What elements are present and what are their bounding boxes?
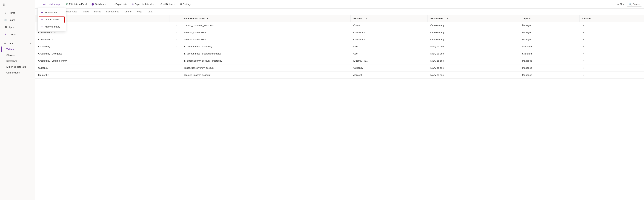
sidebar-item-apps[interactable]: ⊞ Apps <box>1 24 34 31</box>
add-relationship-dropdown: ＋ Many-to-one ＋ One-to-many ＋ Many-to-ma… <box>38 8 66 31</box>
edit-excel-button[interactable]: ⊞ Edit data in Excel <box>64 2 89 7</box>
row-ellipsis-button[interactable]: ··· <box>172 23 178 27</box>
col-related[interactable]: Related... ∨ <box>350 15 428 22</box>
cell-custom: ✓ <box>580 64 644 71</box>
one-to-many-plus-icon: ＋ <box>41 18 44 22</box>
sidebar-item-data[interactable]: ⊞ Data ∧ <box>1 40 34 46</box>
export-lake-button[interactable]: ◎ Export to data lake ▾ <box>130 2 158 7</box>
row-ellipsis-button[interactable]: ··· <box>172 59 178 63</box>
col-ellipsis-header <box>170 15 181 22</box>
cell-ellipsis[interactable]: ··· <box>170 64 181 71</box>
sidebar-item-data-label: Data <box>8 42 13 45</box>
one-to-many-label: One-to-many <box>45 18 59 21</box>
get-data-button[interactable]: ⬤ Get data ▾ <box>90 2 108 7</box>
tab-dashboards[interactable]: Dashboards <box>104 9 122 15</box>
create-icon: + <box>4 33 7 36</box>
cell-relationship-name: account_connections1 <box>181 29 350 36</box>
main-content: ＋ Add relationship ▾ ＋ Many-to-one ＋ One… <box>36 0 644 200</box>
col-type[interactable]: Type ∨ <box>520 15 580 22</box>
settings-button[interactable]: ⚙ Settings <box>178 2 193 7</box>
sidebar-sub-connections[interactable]: Connections <box>1 70 34 75</box>
sidebar-sub-export[interactable]: Export to data lake <box>1 64 34 70</box>
sort-icons-rel-type: ∨ <box>447 17 448 20</box>
tab-forms[interactable]: Forms <box>92 9 103 15</box>
hamburger-button[interactable]: ☰ <box>0 2 35 9</box>
sidebar-item-learn-label: Learn <box>9 19 15 21</box>
cell-display-name: Master ID <box>36 71 170 79</box>
col-rel-type[interactable]: Relationshi... ∨ <box>428 15 520 22</box>
cell-related: Contact <box>350 22 428 29</box>
cell-ellipsis[interactable]: ··· <box>170 50 181 57</box>
many-to-many-label: Many-to-many <box>45 25 60 28</box>
cell-related: User <box>350 50 428 57</box>
tab-charts[interactable]: Charts <box>122 9 134 15</box>
table-row: Master ID ··· account_master_account Acc… <box>36 71 644 79</box>
cell-type: Managed <box>520 64 580 71</box>
row-ellipsis-button[interactable]: ··· <box>172 73 178 77</box>
cell-custom: ✓ <box>580 29 644 36</box>
cell-ellipsis[interactable]: ··· <box>170 29 181 36</box>
sidebar-sub-tables[interactable]: Tables <box>1 47 34 52</box>
apps-icon: ⊞ <box>4 26 7 29</box>
custom-check-icon: ✓ <box>582 73 585 76</box>
tab-views[interactable]: Views <box>80 9 91 15</box>
row-ellipsis-button[interactable]: ··· <box>172 45 178 48</box>
sidebar-sub-dataflows[interactable]: Dataflows <box>1 58 34 64</box>
search-button[interactable]: 🔍 Search <box>627 2 642 7</box>
add-relationship-plus-icon: ＋ <box>40 2 42 6</box>
cell-ellipsis[interactable]: ··· <box>170 22 181 29</box>
row-ellipsis-button[interactable]: ··· <box>172 52 178 56</box>
row-ellipsis-button[interactable]: ··· <box>172 31 178 34</box>
export-data-label: Export data <box>116 3 128 6</box>
sidebar-item-create[interactable]: + Create <box>1 31 34 38</box>
table-row: Company Name ··· contact_customer_accoun… <box>36 22 644 29</box>
custom-check-icon: ✓ <box>582 38 585 41</box>
cell-relationship-name: account_master_account <box>181 71 350 79</box>
ai-builder-label: AI Builder <box>163 3 173 6</box>
cell-ellipsis[interactable]: ··· <box>170 71 181 79</box>
sort-icons-related: ∨ <box>366 17 367 20</box>
sidebar-item-learn[interactable]: 📖 Learn <box>1 17 34 23</box>
edit-excel-label: Edit data in Excel <box>69 3 87 6</box>
cell-relationship-name: lk_externalparty_account_createdby <box>181 57 350 64</box>
cell-ellipsis[interactable]: ··· <box>170 57 181 64</box>
ai-builder-button[interactable]: ⚙ AI Builder ▾ <box>158 2 177 7</box>
row-ellipsis-button[interactable]: ··· <box>172 38 178 41</box>
filter-all-button[interactable]: ≡ All ▾ <box>616 2 626 7</box>
dropdown-many-to-many[interactable]: ＋ Many-to-many <box>38 23 66 30</box>
relationships-table: Display name ↑ ∨ Relationship name ∨ Rel… <box>36 15 644 79</box>
cell-rel-type: Many-to-one <box>428 43 520 50</box>
dropdown-many-to-one[interactable]: ＋ Many-to-one <box>38 9 66 16</box>
cell-display-name: Connected To <box>36 36 170 43</box>
tab-keys[interactable]: Keys <box>134 9 144 15</box>
filter-chevron-icon: ▾ <box>623 3 624 5</box>
cell-custom: ✓ <box>580 50 644 57</box>
cell-custom: ✓ <box>580 71 644 79</box>
cell-ellipsis[interactable]: ··· <box>170 43 181 50</box>
home-icon: ⌂ <box>4 11 7 14</box>
tab-data[interactable]: Data <box>145 9 155 15</box>
sidebar-sub-export-label: Export to data lake <box>6 65 26 68</box>
row-ellipsis-button[interactable]: ··· <box>172 66 178 70</box>
cell-rel-type: Many-to-one <box>428 57 520 64</box>
sidebar-sub-dataflows-label: Dataflows <box>6 60 17 62</box>
dropdown-one-to-many[interactable]: ＋ One-to-many <box>39 16 64 23</box>
cell-related: Account <box>350 71 428 79</box>
cell-type: Managed <box>520 71 580 79</box>
custom-check-icon: ✓ <box>582 45 585 48</box>
edit-excel-icon: ⊞ <box>66 3 68 6</box>
sort-icons-rel-name: ∨ <box>206 17 208 20</box>
sort-icons-type: ∨ <box>529 17 531 20</box>
settings-icon: ⚙ <box>180 3 182 6</box>
cell-rel-type: Many-to-one <box>428 64 520 71</box>
sidebar-sub-choices[interactable]: Choices <box>1 52 34 58</box>
add-relationship-button[interactable]: ＋ Add relationship ▾ <box>38 1 64 7</box>
sidebar-item-home[interactable]: ⌂ Home <box>1 10 34 16</box>
cell-rel-type: Many-to-one <box>428 50 520 57</box>
cell-type: Standard <box>520 43 580 50</box>
filter-icon: ≡ <box>618 3 619 6</box>
export-data-button[interactable]: ↦ Export data <box>111 2 129 7</box>
cell-relationship-name: lk_accountbase_createdby <box>181 43 350 50</box>
cell-ellipsis[interactable]: ··· <box>170 36 181 43</box>
col-relationship-name[interactable]: Relationship name ∨ <box>181 15 350 22</box>
